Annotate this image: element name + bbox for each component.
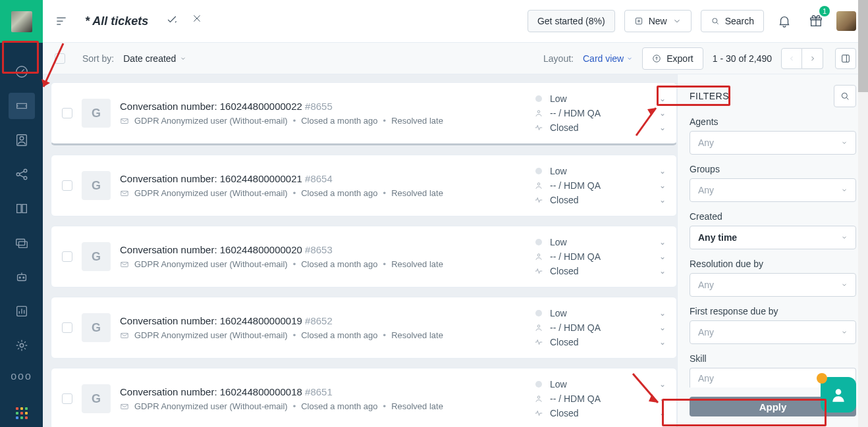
filter-first-response-label: First response due by [690, 306, 856, 316]
search-button[interactable]: Search [701, 10, 764, 32]
sort-dropdown[interactable]: Date created [123, 53, 186, 64]
ticket-checkbox[interactable] [62, 393, 72, 404]
ticket-title[interactable]: Conversation number: 160244800000020 #86… [120, 244, 525, 255]
hamburger-icon[interactable] [55, 14, 68, 28]
priority-dropdown[interactable]: Low⌄ [534, 237, 666, 247]
priority-dropdown[interactable]: Low⌄ [534, 308, 666, 318]
nav-bots[interactable] [9, 264, 35, 290]
ticket-title[interactable]: Conversation number: 160244800000022 #86… [120, 101, 525, 112]
export-button[interactable]: Export [642, 47, 703, 70]
nav-tickets[interactable] [9, 93, 35, 119]
ticket-status-text: Closed a month ago [301, 188, 377, 198]
filters-title: FILTERS [690, 91, 729, 101]
filter-created-label: Created [690, 211, 856, 222]
filter-first-response-select[interactable]: Any [690, 320, 856, 344]
ticket-status-text: Closed a month ago [301, 330, 377, 340]
ticket-card[interactable]: G Conversation number: 160244800000022 #… [51, 82, 677, 145]
ticket-checkbox[interactable] [62, 322, 72, 333]
ticket-card[interactable]: G Conversation number: 160244800000018 #… [51, 368, 677, 427]
ticket-avatar: G [82, 313, 111, 342]
nav-social[interactable] [9, 161, 35, 188]
state-dropdown[interactable]: Closed⌄ [534, 408, 666, 418]
nav-admin[interactable] [9, 332, 35, 359]
mail-icon [120, 402, 129, 411]
scrollbar[interactable] [858, 0, 868, 427]
ticket-id: #8652 [305, 315, 333, 326]
agent-dropdown[interactable]: -- / HDM QA⌄ [534, 251, 666, 262]
chat-fab[interactable] [821, 377, 856, 413]
agent-icon [534, 394, 543, 403]
svg-point-27 [537, 396, 540, 399]
svg-rect-7 [18, 241, 27, 247]
search-label: Search [725, 16, 754, 26]
nav-contacts[interactable] [9, 127, 35, 153]
ticket-checkbox[interactable] [62, 180, 72, 191]
pagination-info: 1 - 30 of 2,490 [713, 53, 772, 64]
svg-rect-22 [121, 262, 128, 266]
header: * All tickets Get started (8%) New Searc… [43, 0, 868, 43]
nav-forums[interactable] [9, 230, 35, 256]
activity-icon [534, 409, 543, 418]
brand-tile[interactable] [0, 0, 43, 43]
priority-dropdown[interactable]: Low⌄ [534, 166, 666, 176]
agent-dropdown[interactable]: -- / HDM QA⌄ [534, 108, 666, 118]
nav-analytics[interactable] [9, 298, 35, 324]
save-view-icon[interactable] [165, 13, 178, 30]
state-dropdown[interactable]: Closed⌄ [534, 266, 666, 276]
filter-search-icon[interactable] [834, 85, 856, 107]
ticket-avatar: G [82, 171, 111, 200]
ticket-title[interactable]: Conversation number: 160244800000021 #86… [120, 173, 525, 184]
gift-icon[interactable]: 1 [805, 10, 827, 32]
nav-dashboard[interactable] [9, 59, 35, 85]
ticket-status-text: Closed a month ago [301, 401, 377, 411]
ticket-card[interactable]: G Conversation number: 160244800000021 #… [51, 155, 677, 216]
sidebar: ooo [0, 0, 43, 427]
ticket-card[interactable]: G Conversation number: 160244800000019 #… [51, 297, 677, 359]
ticket-status-text: Closed a month ago [301, 259, 377, 269]
agent-dropdown[interactable]: -- / HDM QA⌄ [534, 322, 666, 333]
ticket-title[interactable]: Conversation number: 160244800000018 #86… [120, 386, 525, 397]
filter-resolution-select[interactable]: Any [690, 273, 856, 297]
ticket-checkbox[interactable] [62, 251, 72, 262]
state-dropdown[interactable]: Closed⌄ [534, 195, 666, 205]
scroll-thumb[interactable] [858, 0, 868, 92]
svg-point-23 [537, 254, 540, 257]
filter-groups-select[interactable]: Any [690, 178, 856, 202]
agent-icon [534, 323, 543, 332]
priority-dot-icon [535, 381, 542, 388]
filter-created-select[interactable]: Any time [690, 226, 856, 249]
pager-prev[interactable] [781, 48, 802, 69]
agent-dropdown[interactable]: -- / HDM QA⌄ [534, 393, 666, 404]
select-all-checkbox[interactable] [55, 53, 65, 64]
state-dropdown[interactable]: Closed⌄ [534, 337, 666, 347]
ticket-id: #8654 [305, 173, 333, 184]
ticket-contact: GDPR Anonymized user (Without-email) [134, 401, 288, 411]
ticket-contact: GDPR Anonymized user (Without-email) [134, 188, 288, 198]
activity-icon [534, 195, 543, 205]
priority-dropdown[interactable]: Low⌄ [534, 93, 666, 104]
filter-agents-select[interactable]: Any [690, 131, 856, 155]
ticket-sla-text: Resolved late [391, 116, 443, 126]
get-started-button[interactable]: Get started (8%) [528, 10, 615, 32]
profile-avatar[interactable] [836, 11, 856, 31]
state-dropdown[interactable]: Closed⌄ [534, 122, 666, 133]
new-button[interactable]: New [624, 10, 692, 32]
priority-dropdown[interactable]: Low⌄ [534, 379, 666, 389]
nav-more[interactable]: ooo [11, 370, 32, 382]
ticket-sla-text: Resolved late [391, 401, 443, 411]
ticket-card[interactable]: G Conversation number: 160244800000020 #… [51, 226, 677, 288]
notifications-icon[interactable] [773, 10, 796, 32]
discard-view-icon[interactable] [192, 13, 202, 30]
app-switcher-icon[interactable] [16, 407, 28, 419]
priority-dot-icon [535, 310, 542, 316]
ticket-title[interactable]: Conversation number: 160244800000019 #86… [120, 315, 525, 326]
filter-agents-label: Agents [690, 116, 856, 127]
agent-dropdown[interactable]: -- / HDM QA⌄ [534, 180, 666, 191]
layout-dropdown[interactable]: Card view [583, 53, 633, 64]
main: * All tickets Get started (8%) New Searc… [43, 0, 868, 427]
ticket-checkbox[interactable] [62, 108, 72, 118]
nav-solutions[interactable] [9, 195, 35, 222]
pager-next[interactable] [802, 48, 823, 69]
svg-point-28 [842, 93, 847, 98]
toggle-panel-button[interactable] [835, 48, 856, 69]
